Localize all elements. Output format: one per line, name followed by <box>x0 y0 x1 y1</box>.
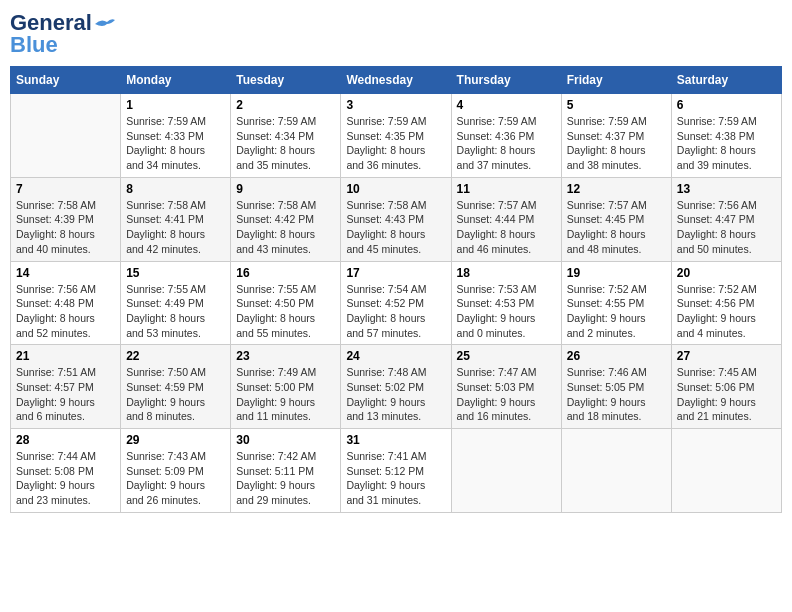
day-info: Sunrise: 7:52 AM Sunset: 4:56 PM Dayligh… <box>677 282 776 341</box>
calendar-day-cell: 27Sunrise: 7:45 AM Sunset: 5:06 PM Dayli… <box>671 345 781 429</box>
calendar-week-row: 1Sunrise: 7:59 AM Sunset: 4:33 PM Daylig… <box>11 94 782 178</box>
day-number: 13 <box>677 182 776 196</box>
day-number: 27 <box>677 349 776 363</box>
day-info: Sunrise: 7:59 AM Sunset: 4:34 PM Dayligh… <box>236 114 335 173</box>
calendar-day-cell: 13Sunrise: 7:56 AM Sunset: 4:47 PM Dayli… <box>671 177 781 261</box>
day-info: Sunrise: 7:51 AM Sunset: 4:57 PM Dayligh… <box>16 365 115 424</box>
calendar-day-cell: 30Sunrise: 7:42 AM Sunset: 5:11 PM Dayli… <box>231 429 341 513</box>
calendar-day-cell: 2Sunrise: 7:59 AM Sunset: 4:34 PM Daylig… <box>231 94 341 178</box>
day-number: 12 <box>567 182 666 196</box>
day-info: Sunrise: 7:44 AM Sunset: 5:08 PM Dayligh… <box>16 449 115 508</box>
day-info: Sunrise: 7:53 AM Sunset: 4:53 PM Dayligh… <box>457 282 556 341</box>
logo: General Blue <box>10 10 115 58</box>
day-info: Sunrise: 7:58 AM Sunset: 4:42 PM Dayligh… <box>236 198 335 257</box>
calendar-body: 1Sunrise: 7:59 AM Sunset: 4:33 PM Daylig… <box>11 94 782 513</box>
calendar-week-row: 14Sunrise: 7:56 AM Sunset: 4:48 PM Dayli… <box>11 261 782 345</box>
calendar-header-row: SundayMondayTuesdayWednesdayThursdayFrid… <box>11 67 782 94</box>
day-info: Sunrise: 7:41 AM Sunset: 5:12 PM Dayligh… <box>346 449 445 508</box>
day-info: Sunrise: 7:55 AM Sunset: 4:50 PM Dayligh… <box>236 282 335 341</box>
day-number: 19 <box>567 266 666 280</box>
calendar-day-cell: 31Sunrise: 7:41 AM Sunset: 5:12 PM Dayli… <box>341 429 451 513</box>
day-number: 1 <box>126 98 225 112</box>
day-number: 14 <box>16 266 115 280</box>
day-info: Sunrise: 7:46 AM Sunset: 5:05 PM Dayligh… <box>567 365 666 424</box>
calendar-day-cell: 11Sunrise: 7:57 AM Sunset: 4:44 PM Dayli… <box>451 177 561 261</box>
calendar-day-cell: 18Sunrise: 7:53 AM Sunset: 4:53 PM Dayli… <box>451 261 561 345</box>
day-info: Sunrise: 7:58 AM Sunset: 4:41 PM Dayligh… <box>126 198 225 257</box>
day-info: Sunrise: 7:59 AM Sunset: 4:35 PM Dayligh… <box>346 114 445 173</box>
day-info: Sunrise: 7:49 AM Sunset: 5:00 PM Dayligh… <box>236 365 335 424</box>
day-number: 2 <box>236 98 335 112</box>
day-number: 30 <box>236 433 335 447</box>
day-info: Sunrise: 7:48 AM Sunset: 5:02 PM Dayligh… <box>346 365 445 424</box>
calendar-header-cell: Monday <box>121 67 231 94</box>
calendar-day-cell: 26Sunrise: 7:46 AM Sunset: 5:05 PM Dayli… <box>561 345 671 429</box>
day-info: Sunrise: 7:59 AM Sunset: 4:37 PM Dayligh… <box>567 114 666 173</box>
calendar-day-cell: 20Sunrise: 7:52 AM Sunset: 4:56 PM Dayli… <box>671 261 781 345</box>
logo-blue: Blue <box>10 32 58 58</box>
calendar-day-cell: 1Sunrise: 7:59 AM Sunset: 4:33 PM Daylig… <box>121 94 231 178</box>
day-number: 8 <box>126 182 225 196</box>
day-info: Sunrise: 7:58 AM Sunset: 4:39 PM Dayligh… <box>16 198 115 257</box>
calendar-day-cell: 29Sunrise: 7:43 AM Sunset: 5:09 PM Dayli… <box>121 429 231 513</box>
calendar-day-cell: 14Sunrise: 7:56 AM Sunset: 4:48 PM Dayli… <box>11 261 121 345</box>
calendar-week-row: 21Sunrise: 7:51 AM Sunset: 4:57 PM Dayli… <box>11 345 782 429</box>
calendar-day-cell: 19Sunrise: 7:52 AM Sunset: 4:55 PM Dayli… <box>561 261 671 345</box>
day-number: 25 <box>457 349 556 363</box>
calendar-header-cell: Wednesday <box>341 67 451 94</box>
day-info: Sunrise: 7:52 AM Sunset: 4:55 PM Dayligh… <box>567 282 666 341</box>
bird-icon <box>93 16 115 32</box>
page-header: General Blue <box>10 10 782 58</box>
day-number: 4 <box>457 98 556 112</box>
calendar-day-cell: 25Sunrise: 7:47 AM Sunset: 5:03 PM Dayli… <box>451 345 561 429</box>
day-number: 9 <box>236 182 335 196</box>
calendar-day-cell: 7Sunrise: 7:58 AM Sunset: 4:39 PM Daylig… <box>11 177 121 261</box>
day-number: 10 <box>346 182 445 196</box>
calendar-table: SundayMondayTuesdayWednesdayThursdayFrid… <box>10 66 782 513</box>
calendar-day-cell <box>451 429 561 513</box>
day-info: Sunrise: 7:55 AM Sunset: 4:49 PM Dayligh… <box>126 282 225 341</box>
calendar-day-cell: 24Sunrise: 7:48 AM Sunset: 5:02 PM Dayli… <box>341 345 451 429</box>
calendar-header-cell: Saturday <box>671 67 781 94</box>
day-number: 23 <box>236 349 335 363</box>
calendar-day-cell: 8Sunrise: 7:58 AM Sunset: 4:41 PM Daylig… <box>121 177 231 261</box>
day-number: 22 <box>126 349 225 363</box>
day-info: Sunrise: 7:57 AM Sunset: 4:45 PM Dayligh… <box>567 198 666 257</box>
calendar-day-cell <box>671 429 781 513</box>
calendar-day-cell: 4Sunrise: 7:59 AM Sunset: 4:36 PM Daylig… <box>451 94 561 178</box>
day-info: Sunrise: 7:56 AM Sunset: 4:48 PM Dayligh… <box>16 282 115 341</box>
day-number: 20 <box>677 266 776 280</box>
calendar-day-cell: 17Sunrise: 7:54 AM Sunset: 4:52 PM Dayli… <box>341 261 451 345</box>
day-info: Sunrise: 7:50 AM Sunset: 4:59 PM Dayligh… <box>126 365 225 424</box>
day-number: 26 <box>567 349 666 363</box>
calendar-day-cell <box>561 429 671 513</box>
day-number: 16 <box>236 266 335 280</box>
day-number: 18 <box>457 266 556 280</box>
day-info: Sunrise: 7:42 AM Sunset: 5:11 PM Dayligh… <box>236 449 335 508</box>
calendar-day-cell: 10Sunrise: 7:58 AM Sunset: 4:43 PM Dayli… <box>341 177 451 261</box>
day-number: 3 <box>346 98 445 112</box>
day-number: 11 <box>457 182 556 196</box>
day-number: 15 <box>126 266 225 280</box>
day-info: Sunrise: 7:47 AM Sunset: 5:03 PM Dayligh… <box>457 365 556 424</box>
calendar-week-row: 7Sunrise: 7:58 AM Sunset: 4:39 PM Daylig… <box>11 177 782 261</box>
calendar-day-cell: 3Sunrise: 7:59 AM Sunset: 4:35 PM Daylig… <box>341 94 451 178</box>
day-number: 5 <box>567 98 666 112</box>
calendar-day-cell: 6Sunrise: 7:59 AM Sunset: 4:38 PM Daylig… <box>671 94 781 178</box>
day-info: Sunrise: 7:54 AM Sunset: 4:52 PM Dayligh… <box>346 282 445 341</box>
day-number: 7 <box>16 182 115 196</box>
calendar-header-cell: Sunday <box>11 67 121 94</box>
day-info: Sunrise: 7:56 AM Sunset: 4:47 PM Dayligh… <box>677 198 776 257</box>
day-info: Sunrise: 7:57 AM Sunset: 4:44 PM Dayligh… <box>457 198 556 257</box>
day-info: Sunrise: 7:45 AM Sunset: 5:06 PM Dayligh… <box>677 365 776 424</box>
day-number: 24 <box>346 349 445 363</box>
calendar-day-cell: 12Sunrise: 7:57 AM Sunset: 4:45 PM Dayli… <box>561 177 671 261</box>
day-info: Sunrise: 7:43 AM Sunset: 5:09 PM Dayligh… <box>126 449 225 508</box>
calendar-day-cell: 9Sunrise: 7:58 AM Sunset: 4:42 PM Daylig… <box>231 177 341 261</box>
day-number: 17 <box>346 266 445 280</box>
calendar-day-cell <box>11 94 121 178</box>
calendar-header-cell: Tuesday <box>231 67 341 94</box>
calendar-day-cell: 23Sunrise: 7:49 AM Sunset: 5:00 PM Dayli… <box>231 345 341 429</box>
day-info: Sunrise: 7:59 AM Sunset: 4:36 PM Dayligh… <box>457 114 556 173</box>
calendar-day-cell: 28Sunrise: 7:44 AM Sunset: 5:08 PM Dayli… <box>11 429 121 513</box>
